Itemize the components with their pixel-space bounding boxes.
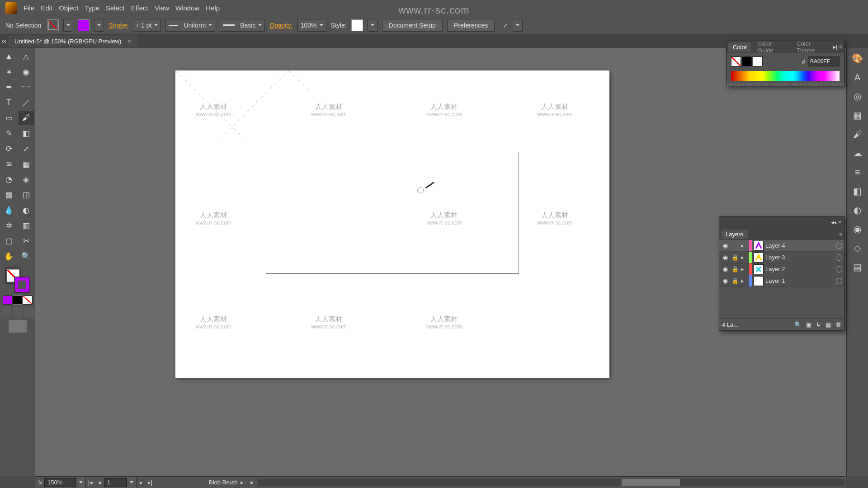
- fill-dd[interactable]: [63, 19, 73, 32]
- align-icon[interactable]: ⤢: [503, 22, 508, 29]
- width-tool[interactable]: ≋: [1, 157, 17, 171]
- stroke-indicator[interactable]: [14, 277, 30, 293]
- target-icon[interactable]: [836, 278, 842, 284]
- new-sublayer-icon[interactable]: ↳: [816, 321, 821, 328]
- free-transform-tool[interactable]: ▦: [19, 157, 34, 171]
- target-icon[interactable]: [836, 243, 842, 249]
- appearance-icon[interactable]: ◉: [851, 222, 864, 236]
- new-layer-icon[interactable]: ▤: [826, 321, 831, 328]
- horizontal-scrollbar[interactable]: [258, 479, 844, 486]
- swatches-icon[interactable]: ▦: [851, 108, 864, 122]
- expand-icon[interactable]: ▸: [741, 242, 747, 249]
- gradient-panel-icon[interactable]: ◧: [851, 184, 864, 198]
- layer-row[interactable]: ◉ 🔒 ▸ Layer 2: [719, 263, 844, 275]
- delete-layer-icon[interactable]: 🗑: [835, 321, 841, 328]
- layers-dock-icon[interactable]: ▤: [851, 260, 864, 274]
- scroll-left-icon[interactable]: ▸: [238, 479, 247, 486]
- mesh-tool[interactable]: ▩: [1, 188, 17, 202]
- last-artboard-icon[interactable]: ▸|: [146, 479, 155, 486]
- layer-name[interactable]: Layer 1: [765, 277, 834, 284]
- style-dd[interactable]: [368, 19, 377, 32]
- artboard-tool[interactable]: ▢: [1, 234, 17, 248]
- stroke-panel-icon[interactable]: ≡: [851, 165, 864, 179]
- lock-icon[interactable]: 🔒: [731, 277, 739, 284]
- draw-behind-icon[interactable]: [13, 307, 23, 317]
- opacity-field[interactable]: 100%: [297, 19, 326, 32]
- profile-dd[interactable]: Uniform: [165, 19, 215, 32]
- color-spectrum[interactable]: [731, 71, 840, 81]
- menu-edit[interactable]: Edit: [41, 4, 52, 12]
- gradient-tool[interactable]: ◫: [19, 188, 34, 202]
- expand-icon[interactable]: ▸: [741, 254, 747, 261]
- lock-icon[interactable]: 🔒: [731, 254, 739, 261]
- target-icon[interactable]: [836, 266, 842, 272]
- lock-icon[interactable]: 🔒: [731, 266, 739, 272]
- type-tool[interactable]: T: [1, 96, 17, 109]
- hex-input[interactable]: [808, 56, 840, 66]
- bw-mini-swatch[interactable]: [742, 56, 752, 66]
- opacity-label[interactable]: Opacity:: [269, 22, 292, 29]
- zoom-field[interactable]: 150%: [44, 478, 76, 487]
- zoom-tool[interactable]: 🔍: [19, 249, 34, 263]
- slice-tool[interactable]: ✂: [19, 234, 34, 248]
- prev-artboard-icon[interactable]: ◂: [95, 479, 104, 486]
- artboard-dd[interactable]: [127, 476, 137, 488]
- tab-color-guide[interactable]: Color Guide: [753, 39, 790, 55]
- layer-row[interactable]: ◉ ▸ Layer 4: [719, 240, 844, 252]
- collapse-panels-icon[interactable]: ‹‹: [0, 37, 8, 45]
- panel-menu-icon[interactable]: ≡: [839, 44, 842, 50]
- export-icon[interactable]: ⇲: [35, 479, 44, 486]
- rectangle-tool[interactable]: ▭: [1, 111, 17, 125]
- layers-menu-icon[interactable]: ≡: [839, 231, 842, 237]
- pencil-tool[interactable]: ✎: [1, 127, 17, 140]
- layers-close-icon[interactable]: ×: [838, 219, 841, 225]
- magic-wand-tool[interactable]: ✶: [1, 65, 17, 79]
- fill-mini-swatch[interactable]: [731, 56, 741, 66]
- menu-type[interactable]: Type: [85, 4, 99, 12]
- layer-row[interactable]: ◉ 🔒 ▸ Layer 1: [719, 275, 844, 287]
- panel-grip[interactable]: [726, 83, 844, 86]
- transparency-icon[interactable]: ◐: [851, 203, 864, 217]
- blend-tool[interactable]: ◐: [19, 203, 34, 217]
- symbols-icon[interactable]: ☁: [851, 146, 864, 160]
- layer-name[interactable]: Layer 3: [765, 254, 834, 261]
- layer-row[interactable]: ◉ 🔒 ▸ Layer 3: [719, 252, 844, 263]
- fill-stroke-control[interactable]: [5, 267, 30, 293]
- tab-layers[interactable]: Layers: [721, 230, 748, 239]
- graph-tool[interactable]: ▥: [19, 219, 34, 232]
- tab-color-theme[interactable]: Color Theme: [792, 39, 831, 55]
- stroke-swatch[interactable]: [78, 19, 90, 31]
- scroll-right-icon[interactable]: ◂: [247, 479, 256, 486]
- expand-icon[interactable]: ▸: [741, 266, 747, 272]
- next-artboard-icon[interactable]: ▸: [137, 479, 146, 486]
- color-guide-icon[interactable]: ◎: [851, 89, 864, 103]
- layer-name[interactable]: Layer 4: [765, 242, 834, 249]
- menu-view[interactable]: View: [155, 4, 169, 12]
- artboard-field[interactable]: 1: [104, 478, 127, 487]
- symbol-sprayer-tool[interactable]: ✲: [1, 219, 17, 232]
- stroke-dd[interactable]: [94, 19, 104, 32]
- app-icon[interactable]: [5, 2, 17, 14]
- rotate-tool[interactable]: ⟳: [1, 142, 17, 155]
- pen-tool[interactable]: ✒: [1, 80, 17, 94]
- locate-layer-icon[interactable]: 🔍: [794, 321, 802, 328]
- panel-collapse-icon[interactable]: ▸|: [833, 44, 837, 50]
- hand-tool[interactable]: ✋: [1, 249, 17, 263]
- brushes-icon[interactable]: 🖌: [851, 127, 864, 141]
- shape-builder-tool[interactable]: ◔: [1, 173, 17, 186]
- first-artboard-icon[interactable]: |◂: [86, 479, 95, 486]
- eyedropper-tool[interactable]: 💧: [1, 203, 17, 217]
- visibility-icon[interactable]: ◉: [721, 266, 729, 272]
- document-tab[interactable]: Untitled-5* @ 150% (RGB/GPU Preview) ×: [8, 35, 137, 47]
- visibility-icon[interactable]: ◉: [721, 242, 729, 249]
- visibility-icon[interactable]: ◉: [721, 254, 729, 261]
- layers-collapse-icon[interactable]: ◂◂: [831, 219, 836, 225]
- clip-mask-icon[interactable]: ▣: [806, 321, 811, 328]
- menu-effect[interactable]: Effect: [131, 4, 148, 12]
- screen-mode-icon[interactable]: [9, 320, 27, 333]
- menu-object[interactable]: Object: [59, 4, 78, 12]
- zoom-dd[interactable]: [76, 476, 86, 488]
- line-tool[interactable]: ／: [19, 96, 34, 109]
- color-mode-swatches[interactable]: [3, 296, 33, 305]
- direct-selection-tool[interactable]: △: [19, 50, 34, 63]
